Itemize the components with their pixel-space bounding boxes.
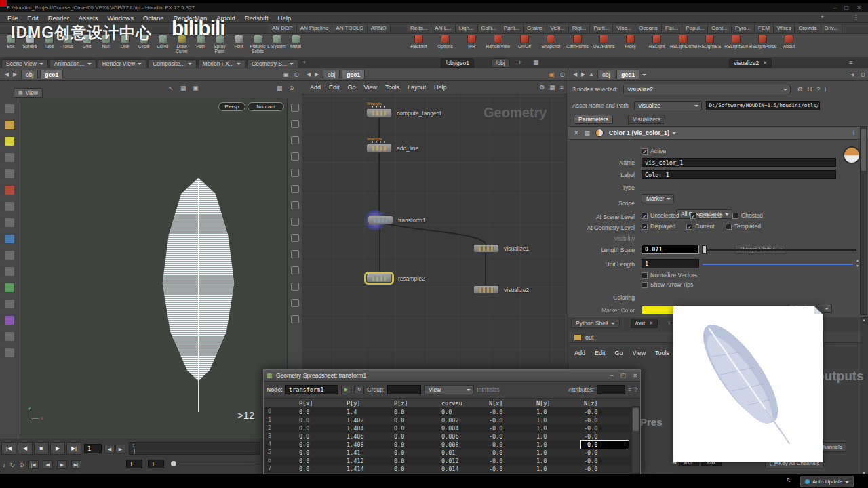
menu-item[interactable]: Render	[43, 14, 74, 22]
snap-icon[interactable]: ▦	[277, 85, 283, 92]
shelf-tab[interactable]: Reds...	[407, 24, 431, 32]
spreadsheet-cell[interactable]: 0.0	[391, 408, 439, 416]
menu-item[interactable]: Edit	[22, 14, 43, 22]
display-option-icon[interactable]	[291, 104, 299, 112]
menu-item[interactable]: Tools	[650, 350, 674, 357]
spreadsheet-cell[interactable]: 0.0	[391, 424, 439, 432]
range-end-button[interactable]: ▶|	[71, 460, 81, 469]
spreadsheet-cell[interactable]: 0.0	[296, 457, 344, 465]
spreadsheet-cell[interactable]: 1.0	[534, 449, 581, 457]
spreadsheet-cell[interactable]: 1.406	[344, 432, 391, 441]
shelf-tab[interactable]: Visc...	[613, 24, 635, 32]
out-tree-item[interactable]: out	[585, 334, 594, 341]
viewport-tool-icon[interactable]	[5, 299, 15, 309]
menu-item[interactable]: File	[3, 14, 22, 22]
shelf-tab[interactable]: Parti...	[590, 24, 613, 32]
pane-tab[interactable]: Motion FX...	[198, 59, 245, 68]
pane-menu-icon[interactable]: ≡	[849, 59, 852, 66]
viewport-tool-icon[interactable]	[5, 201, 15, 211]
range-slider-handle[interactable]	[171, 461, 176, 466]
viewport-tool-icon[interactable]	[5, 185, 15, 195]
info-icon[interactable]: i	[825, 86, 826, 93]
nav-up-icon[interactable]: ▲	[587, 71, 595, 77]
audio-icon[interactable]: ♪	[3, 462, 6, 468]
scroll-up-icon[interactable]: ▲	[862, 318, 866, 322]
camera-icon[interactable]: ▣	[283, 71, 289, 78]
menu-item[interactable]: Add	[570, 350, 590, 357]
spreadsheet-row[interactable]: 6 0.0 1.412 0.0 0.012 -0.0 1.0 -0.0	[264, 457, 640, 465]
spreadsheet-cell[interactable]: 0.006	[439, 432, 486, 441]
shelf-tab[interactable]: Parti...	[500, 24, 524, 32]
viewport-tool-icon[interactable]	[5, 152, 15, 163]
shelf-tool[interactable]: Font	[229, 34, 248, 49]
pane-tab[interactable]: Geometry S...	[247, 59, 298, 68]
spreadsheet-cell[interactable]: 0.004	[439, 424, 486, 432]
spreadsheet-cell[interactable]: 0.0	[391, 416, 439, 424]
new-tab-icon[interactable]: +	[667, 320, 671, 327]
range-start-field[interactable]: 1	[126, 460, 142, 468]
minimize-button[interactable]: –	[610, 372, 614, 379]
out-pane-scrollbar[interactable]: ▲ ▼	[861, 317, 868, 476]
spreadsheet-cell[interactable]: -0.0	[581, 457, 629, 465]
tab-visualizers[interactable]: Visualizers	[628, 115, 665, 124]
shelf-tab[interactable]: Colli...	[478, 24, 500, 32]
spreadsheet-cell[interactable]: -0.0	[581, 441, 629, 449]
shelf-tab[interactable]: Pyro...	[732, 24, 755, 32]
spreadsheet-cell[interactable]: -0.0	[581, 449, 629, 457]
menu-item[interactable]: View	[628, 350, 650, 357]
chevron-down-icon[interactable]	[672, 132, 676, 136]
pin-icon[interactable]: ⊙	[294, 71, 299, 78]
timeline-playhead[interactable]	[134, 449, 135, 454]
node-add-line[interactable]	[366, 144, 392, 152]
node-transform1[interactable]	[368, 216, 393, 224]
jump-icon[interactable]: ➜	[850, 71, 855, 78]
spreadsheet-cell[interactable]: 0.0	[439, 408, 486, 416]
spreadsheet-row[interactable]: 1 0.0 1.402 0.0 0.002 -0.0 1.0 -0.0	[264, 416, 640, 424]
spreadsheet-cell[interactable]: 1.0	[534, 457, 581, 465]
spreadsheet-cell[interactable]: 1.0	[534, 416, 581, 424]
frame-forward-button[interactable]: ▶	[115, 445, 125, 453]
close-button[interactable]: ✕	[633, 372, 637, 379]
node-resample2[interactable]	[366, 274, 392, 283]
play-button[interactable]: ▶	[50, 442, 65, 455]
shelf-tab[interactable]: Flui...	[662, 24, 683, 32]
close-icon[interactable]: ✕	[649, 321, 653, 326]
active-checkbox[interactable]: ✓Active	[642, 148, 666, 155]
spreadsheet-cell[interactable]: -0.0	[581, 408, 629, 416]
node-field[interactable]: transform1	[285, 385, 338, 394]
help-icon[interactable]: ?	[634, 386, 637, 393]
viewport-tool-icon[interactable]	[5, 169, 15, 179]
ladder-down-icon[interactable]: ▼	[856, 264, 859, 268]
display-option-icon[interactable]	[291, 266, 299, 274]
shelf-tab[interactable]: Rigi...	[569, 24, 590, 32]
spreadsheet-cell[interactable]: 0.0	[296, 465, 344, 473]
view-dropdown[interactable]: View	[424, 385, 474, 394]
spreadsheet-row[interactable]: 0 0.0 1.4 0.0 0.0 -0.0 1.0 -0.0	[264, 408, 640, 416]
menu-item[interactable]: Edit	[590, 350, 610, 357]
spreadsheet-cell[interactable]: 0.012	[439, 457, 486, 465]
display-option-icon[interactable]	[291, 136, 299, 144]
maximize-button[interactable]: ▢	[844, 5, 850, 11]
spreadsheet-cell[interactable]: 0.0	[296, 449, 344, 457]
display-option-icon[interactable]	[291, 201, 299, 209]
path-geo1-chip[interactable]: geo1	[40, 70, 63, 79]
intrinsics-label[interactable]: Intrinsics	[477, 386, 500, 393]
spreadsheet-cell[interactable]: -0.0	[581, 424, 629, 432]
node-visualize1[interactable]	[473, 244, 499, 253]
shelf-tool[interactable]: On/Off	[511, 34, 538, 49]
path-obj-chip[interactable]: obj	[597, 70, 614, 79]
viewport-tool-icon[interactable]	[5, 234, 15, 244]
scrollbar-thumb[interactable]	[633, 408, 639, 431]
spreadsheet-cell[interactable]: 0.0	[296, 416, 344, 424]
viewport-tool-icon[interactable]	[5, 266, 15, 277]
shelf-tab[interactable]: Popul...	[682, 24, 708, 32]
persp-selector[interactable]: Persp	[218, 102, 245, 111]
step-back-button[interactable]: ◀	[18, 442, 33, 455]
spreadsheet-cell[interactable]: -0.0	[486, 441, 534, 449]
spreadsheet-cell[interactable]: 0.01	[439, 449, 486, 457]
spreadsheet-cell[interactable]: 0.0	[296, 441, 344, 449]
shelf-tab[interactable]: Velli...	[547, 24, 569, 32]
viewport-tool-icon[interactable]	[5, 120, 15, 130]
shelf-tab[interactable]: Wires	[774, 24, 795, 32]
info-icon[interactable]: i	[853, 129, 854, 136]
